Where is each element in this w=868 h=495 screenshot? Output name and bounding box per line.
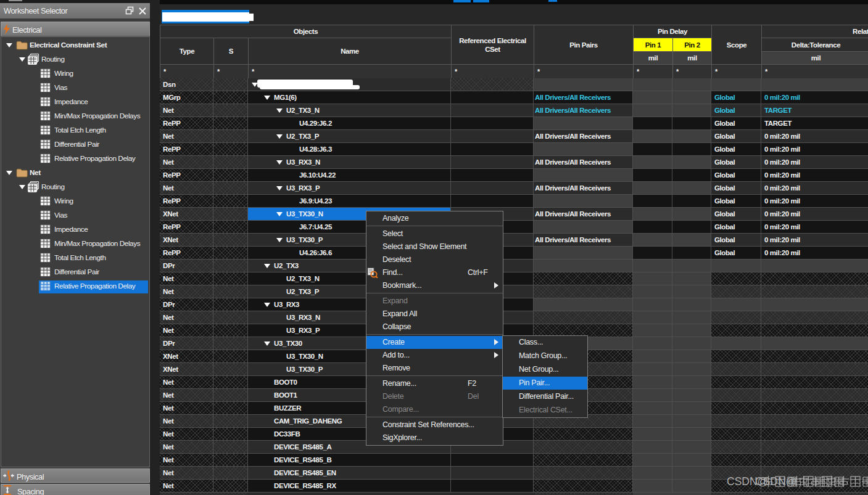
svg-text:CSDN@: CSDN@ <box>755 475 796 488</box>
